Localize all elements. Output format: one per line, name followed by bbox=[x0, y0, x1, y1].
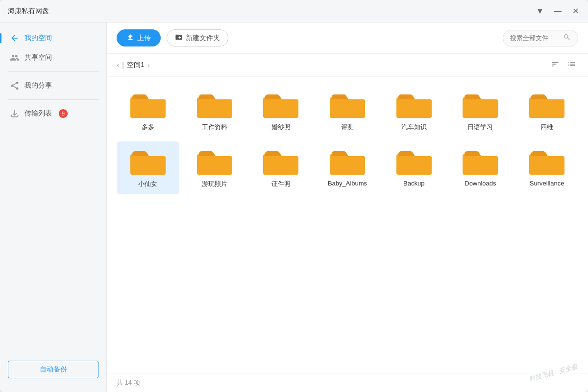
folder-icon-review bbox=[330, 91, 365, 119]
folder-name-siwei: 四维 bbox=[540, 123, 553, 132]
svg-rect-13 bbox=[197, 156, 232, 175]
title-bar-controls: ▼ — ✕ bbox=[535, 6, 580, 16]
folder-item-siwei[interactable]: 四维 bbox=[515, 85, 578, 138]
file-grid: 多多 工作资料 婚纱照 评测 bbox=[107, 77, 588, 373]
sidebar-divider-2 bbox=[8, 99, 98, 100]
folder-item-id-photos[interactable]: 证件照 bbox=[249, 141, 312, 194]
folder-icon-surveillance bbox=[529, 147, 564, 176]
svg-rect-5 bbox=[130, 99, 166, 118]
svg-point-2 bbox=[16, 87, 19, 90]
my-share-icon bbox=[10, 81, 20, 91]
svg-rect-15 bbox=[330, 156, 365, 175]
folder-name-xiaoxiannu: 小仙女 bbox=[138, 180, 157, 188]
folder-icon-id-photos bbox=[263, 147, 298, 176]
folder-icon-car-knowledge bbox=[396, 91, 432, 119]
menu-icon[interactable]: ▼ bbox=[535, 6, 545, 16]
breadcrumb-bar: ‹ | 空间1 › bbox=[107, 54, 588, 77]
folder-item-downloads[interactable]: Downloads bbox=[449, 141, 512, 194]
svg-rect-11 bbox=[529, 99, 564, 118]
folder-item-baby-albums[interactable]: Baby_Albums bbox=[316, 141, 379, 194]
folder-name-backup: Backup bbox=[403, 180, 424, 187]
sidebar-item-my-space[interactable]: 我的空间 bbox=[0, 28, 106, 48]
folder-icon-baby-albums bbox=[330, 147, 365, 176]
minimize-button[interactable]: — bbox=[553, 6, 563, 16]
svg-point-0 bbox=[16, 82, 19, 84]
upload-button[interactable]: 上传 bbox=[117, 29, 161, 46]
list-view-icon[interactable] bbox=[565, 59, 578, 71]
main-layout: 我的空间 共享空间 bbox=[0, 23, 588, 392]
folder-icon-wedding-photos bbox=[263, 91, 298, 119]
folder-name-downloads: Downloads bbox=[465, 180, 496, 187]
svg-line-4 bbox=[13, 83, 16, 85]
folder-icon-xiaoxiannu bbox=[130, 147, 166, 176]
transfer-badge: 9 bbox=[59, 109, 68, 118]
folder-name-car-knowledge: 汽车知识 bbox=[401, 123, 427, 132]
folder-icon-travel-photos bbox=[197, 147, 232, 176]
svg-rect-10 bbox=[463, 99, 498, 118]
folder-name-travel-photos: 游玩照片 bbox=[202, 180, 227, 188]
title-bar: 海康私有网盘 ▼ — ✕ bbox=[0, 0, 588, 23]
app-title: 海康私有网盘 bbox=[8, 7, 535, 16]
auto-backup-button[interactable]: 自动备份 bbox=[8, 361, 98, 378]
sidebar-divider-1 bbox=[8, 71, 98, 72]
new-folder-label: 新建文件夹 bbox=[186, 34, 220, 43]
view-controls bbox=[549, 59, 578, 71]
svg-rect-16 bbox=[396, 156, 432, 175]
content-area: 上传 新建文件夹 bbox=[107, 23, 588, 392]
total-count: 共 14 项 bbox=[117, 379, 140, 386]
folder-item-surveillance[interactable]: Surveillance bbox=[515, 141, 578, 194]
sidebar-bottom: 自动备份 bbox=[0, 353, 106, 386]
svg-rect-6 bbox=[197, 99, 232, 118]
shared-space-icon bbox=[10, 53, 20, 63]
new-folder-icon bbox=[175, 33, 183, 43]
folder-icon-downloads bbox=[463, 147, 498, 176]
sidebar-label-shared-space: 共享空间 bbox=[24, 53, 52, 62]
svg-rect-8 bbox=[330, 99, 365, 118]
folder-item-wedding-photos[interactable]: 婚纱照 bbox=[249, 85, 312, 138]
search-icon[interactable] bbox=[563, 33, 571, 43]
folder-item-work-materials[interactable]: 工作资料 bbox=[183, 85, 246, 138]
breadcrumb-path-arrow: › bbox=[147, 61, 150, 69]
svg-rect-17 bbox=[463, 156, 498, 175]
upload-label: 上传 bbox=[137, 34, 151, 43]
folder-name-baby-albums: Baby_Albums bbox=[328, 180, 367, 187]
folder-item-japanese[interactable]: 日语学习 bbox=[449, 85, 512, 138]
breadcrumb-path[interactable]: 空间1 bbox=[127, 61, 145, 69]
search-input[interactable] bbox=[510, 34, 559, 42]
folder-item-duoduo[interactable]: 多多 bbox=[117, 85, 179, 138]
upload-icon bbox=[126, 33, 134, 43]
svg-rect-12 bbox=[130, 156, 166, 175]
folder-icon-backup bbox=[396, 147, 432, 176]
folder-item-review[interactable]: 评测 bbox=[316, 85, 379, 138]
toolbar: 上传 新建文件夹 bbox=[107, 23, 588, 54]
app-window: 海康私有网盘 ▼ — ✕ 我的空间 bbox=[0, 0, 588, 392]
transfer-list-icon bbox=[10, 109, 20, 118]
folder-icon-siwei bbox=[529, 91, 564, 119]
sidebar-item-shared-space[interactable]: 共享空间 bbox=[0, 48, 106, 68]
folder-name-japanese: 日语学习 bbox=[467, 123, 493, 132]
my-space-icon bbox=[10, 33, 20, 43]
folder-name-wedding-photos: 婚纱照 bbox=[271, 123, 291, 132]
sidebar: 我的空间 共享空间 bbox=[0, 23, 107, 392]
folder-icon-japanese bbox=[463, 91, 498, 119]
svg-line-3 bbox=[13, 86, 16, 88]
folder-item-xiaoxiannu[interactable]: 小仙女 bbox=[117, 141, 179, 194]
breadcrumb-back[interactable]: ‹ bbox=[117, 61, 119, 69]
folder-name-duoduo: 多多 bbox=[142, 123, 154, 132]
folder-item-car-knowledge[interactable]: 汽车知识 bbox=[383, 85, 445, 138]
folder-item-travel-photos[interactable]: 游玩照片 bbox=[183, 141, 246, 194]
sidebar-item-transfer-list[interactable]: 传输列表 9 bbox=[0, 104, 106, 123]
sidebar-item-my-share[interactable]: 我的分享 bbox=[0, 76, 106, 95]
close-button[interactable]: ✕ bbox=[570, 6, 580, 16]
breadcrumb-divider: | bbox=[122, 61, 124, 69]
folder-item-backup[interactable]: Backup bbox=[383, 141, 445, 194]
sidebar-label-my-space: 我的空间 bbox=[24, 34, 52, 43]
folder-name-review: 评测 bbox=[341, 123, 354, 132]
sidebar-label-transfer-list: 传输列表 bbox=[24, 109, 52, 118]
svg-rect-18 bbox=[529, 156, 564, 175]
folder-name-work-materials: 工作资料 bbox=[202, 123, 227, 132]
sort-icon[interactable] bbox=[549, 59, 562, 71]
footer: 共 14 项 bbox=[107, 373, 588, 392]
search-area[interactable] bbox=[503, 30, 578, 46]
new-folder-button[interactable]: 新建文件夹 bbox=[167, 29, 228, 46]
